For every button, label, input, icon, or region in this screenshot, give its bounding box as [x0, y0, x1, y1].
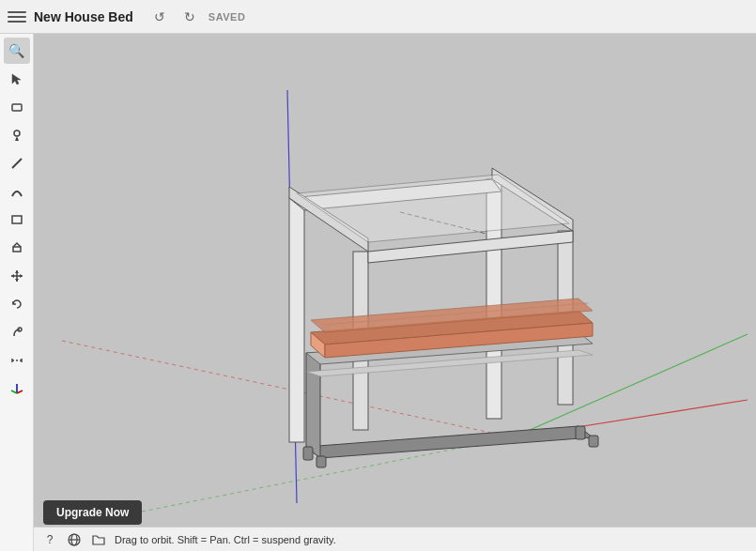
upgrade-now-button[interactable]: Upgrade Now	[43, 500, 142, 525]
svg-marker-36	[306, 353, 320, 458]
svg-rect-19	[34, 34, 756, 551]
svg-marker-10	[11, 274, 14, 278]
tool-axes[interactable]	[4, 375, 30, 402]
saved-label: SAVED	[208, 11, 246, 23]
tool-search[interactable]: 🔍	[4, 38, 30, 64]
svg-rect-4	[12, 216, 22, 223]
globe-icon[interactable]	[66, 531, 83, 548]
svg-marker-0	[12, 74, 21, 84]
svg-rect-38	[303, 447, 313, 460]
undo-button[interactable]: ↺	[148, 6, 171, 28]
tool-tape[interactable]	[4, 347, 30, 374]
svg-rect-41	[589, 436, 598, 447]
menu-icon[interactable]	[8, 8, 26, 26]
tool-pushpull[interactable]	[4, 235, 30, 261]
svg-marker-9	[15, 279, 19, 282]
svg-rect-5	[13, 247, 21, 252]
tool-select[interactable]	[4, 66, 30, 92]
svg-rect-26	[289, 198, 304, 442]
tool-paint[interactable]	[4, 122, 30, 148]
tool-followme[interactable]	[4, 319, 30, 345]
3d-scene	[34, 34, 756, 551]
svg-marker-11	[20, 274, 23, 278]
tool-move[interactable]	[4, 263, 30, 289]
status-bar: ? Drag to orbit. Shift = Pan. Ctrl = sus…	[34, 527, 756, 551]
help-icon[interactable]: ?	[41, 531, 58, 548]
viewport[interactable]: Upgrade Now ? Drag to orbit. Shift = Pan…	[34, 34, 756, 551]
app-title: New House Bed	[34, 9, 133, 24]
status-text: Drag to orbit. Shift = Pan. Ctrl = suspe…	[115, 534, 748, 545]
tool-line[interactable]	[4, 150, 30, 176]
tool-arc[interactable]	[4, 178, 30, 205]
svg-rect-1	[12, 104, 22, 111]
svg-line-3	[12, 159, 22, 168]
redo-button[interactable]: ↻	[178, 6, 201, 28]
tool-eraser[interactable]	[4, 94, 30, 120]
svg-line-18	[11, 390, 17, 393]
main-area: 🔍	[0, 34, 756, 551]
svg-marker-8	[15, 270, 19, 273]
svg-rect-40	[576, 426, 585, 439]
tool-rectangle[interactable]	[4, 207, 30, 233]
tool-rotate[interactable]	[4, 291, 30, 317]
folder-icon[interactable]	[90, 531, 107, 548]
svg-point-2	[14, 130, 20, 136]
toolbar: 🔍	[0, 34, 34, 551]
svg-rect-39	[316, 456, 326, 467]
title-bar: New House Bed ↺ ↻ SAVED	[0, 0, 756, 34]
svg-line-17	[17, 390, 23, 393]
